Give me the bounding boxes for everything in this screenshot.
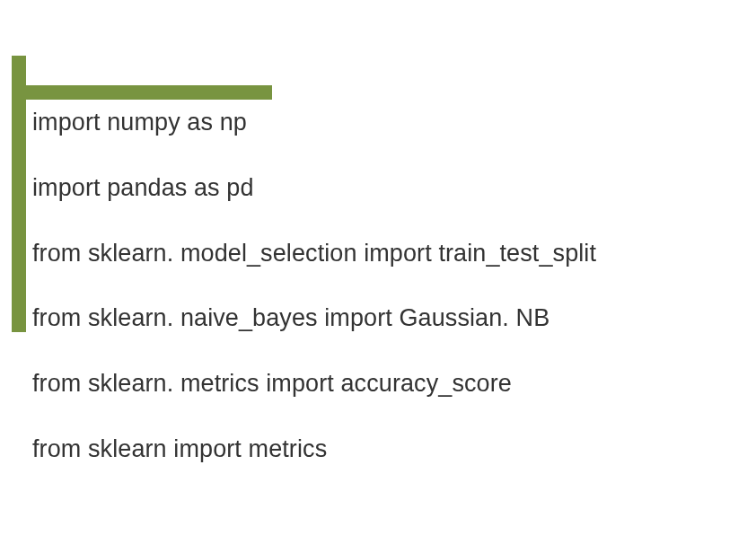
slide: import numpy as np import pandas as pd f… bbox=[0, 0, 756, 535]
code-line: import numpy as np bbox=[32, 108, 738, 138]
code-line: from sklearn. metrics import accuracy_sc… bbox=[32, 369, 738, 399]
code-line: import pandas as pd bbox=[32, 173, 738, 204]
code-block: import numpy as np import pandas as pd f… bbox=[32, 108, 738, 500]
code-line: from sklearn. naive_bayes import Gaussia… bbox=[32, 303, 738, 334]
code-line: from sklearn. model_selection import tra… bbox=[32, 239, 738, 269]
code-line: from sklearn import metrics bbox=[32, 434, 738, 465]
accent-bar-horizontal bbox=[12, 85, 272, 100]
